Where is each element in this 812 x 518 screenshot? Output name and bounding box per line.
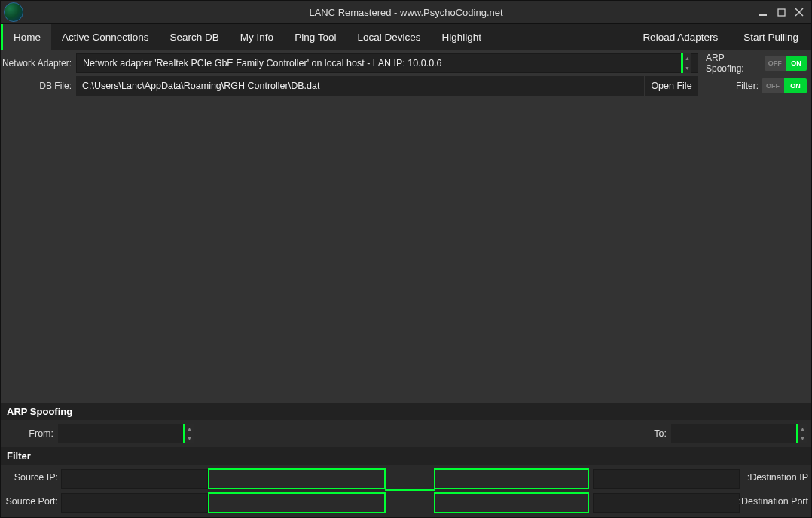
- open-file-button[interactable]: Open File: [644, 76, 698, 96]
- svg-rect-5: [209, 493, 385, 513]
- maximize-button[interactable]: [775, 6, 787, 18]
- right-toggles: ARP Spoofing: OFF ON: [698, 53, 811, 73]
- reload-adapters-button[interactable]: Reload Adapters: [632, 26, 728, 47]
- tab-home[interactable]: Home: [3, 24, 51, 50]
- tab-active-connections[interactable]: Active Connections: [51, 24, 160, 50]
- arp-to-label: To:: [654, 428, 671, 439]
- window-controls: [757, 6, 811, 18]
- arp-from-label: From:: [5, 428, 58, 439]
- dbfile-row: DB File: C:\Users\Lanc\AppData\Roaming\R…: [1, 76, 811, 96]
- tab-highlight[interactable]: Highlight: [431, 24, 492, 50]
- start-pulling-button[interactable]: Start Pulling: [733, 26, 809, 47]
- chevron-up-icon: ▲: [798, 424, 807, 434]
- chevron-up-icon: ▲: [185, 424, 194, 434]
- svg-rect-7: [435, 493, 588, 513]
- tab-my-info[interactable]: My Info: [230, 24, 284, 50]
- dbfile-path-field[interactable]: C:\Users\Lanc\AppData\Roaming\RGH Contro…: [76, 76, 644, 96]
- minimize-icon: [759, 8, 768, 17]
- tab-bar: Home Active Connections Search DB My Inf…: [1, 23, 811, 50]
- svg-rect-1: [778, 9, 785, 16]
- minimize-button[interactable]: [757, 6, 769, 18]
- adapter-row: Network Adapter: Network adapter 'Realte…: [1, 53, 811, 73]
- filter-section-body: Source IP: Source Port: :Destination IP …: [1, 465, 811, 517]
- adapter-value: Network adapter 'Realtek PCIe GbE Family…: [83, 58, 681, 69]
- close-icon: [795, 8, 804, 17]
- toggle-on-state: ON: [786, 56, 807, 71]
- filter-connector-diagram: [1, 465, 811, 517]
- tab-local-devices[interactable]: Local Devices: [346, 24, 431, 50]
- arp-to-dropdown[interactable]: ▲▼: [671, 424, 807, 443]
- filter-section-header: Filter: [1, 447, 811, 465]
- toggle-off-state: OFF: [762, 78, 784, 93]
- arp-section-body: From: ▲▼ To: ▲▼: [1, 420, 811, 447]
- maximize-icon: [777, 8, 786, 17]
- dropdown-arrows: ▲▼: [798, 424, 807, 443]
- dropdown-arrows: ▲ ▼: [683, 53, 691, 73]
- close-button[interactable]: [793, 6, 805, 18]
- window-title: LANC Remastered - www.PsychoCoding.net: [1, 7, 811, 18]
- filter-toggle[interactable]: OFF ON: [762, 78, 807, 93]
- adapter-label: Network Adapter:: [1, 58, 76, 69]
- arp-toggle-label: ARP Spoofing:: [706, 53, 762, 74]
- toggle-off-state: OFF: [765, 56, 786, 71]
- title-bar: LANC Remastered - www.PsychoCoding.net: [1, 1, 811, 23]
- app-window: LANC Remastered - www.PsychoCoding.net H…: [0, 0, 812, 518]
- dropdown-arrows: ▲▼: [185, 424, 194, 443]
- filter-toggle-label: Filter:: [736, 81, 759, 91]
- toggle-on-state: ON: [784, 78, 807, 93]
- bottom-panel: ARP Spoofing From: ▲▼ To: ▲▼ Filter Sour…: [1, 403, 811, 517]
- chevron-up-icon: ▲: [683, 53, 691, 63]
- arp-section-header: ARP Spoofing: [1, 403, 811, 420]
- tab-ping-tool[interactable]: Ping Tool: [284, 24, 346, 50]
- app-icon: [4, 2, 23, 22]
- adapter-dropdown[interactable]: Network adapter 'Realtek PCIe GbE Family…: [76, 53, 698, 73]
- svg-rect-6: [435, 469, 588, 489]
- chevron-down-icon: ▼: [185, 434, 194, 443]
- svg-rect-4: [209, 469, 385, 489]
- content-area: Network Adapter: Network adapter 'Realte…: [1, 50, 811, 517]
- arp-spoofing-toggle[interactable]: OFF ON: [765, 56, 807, 71]
- dbfile-label: DB File:: [1, 81, 76, 91]
- dbfile-value: C:\Users\Lanc\AppData\Roaming\RGH Contro…: [82, 81, 319, 91]
- arp-from-dropdown[interactable]: ▲▼: [58, 424, 194, 443]
- tab-search-db[interactable]: Search DB: [160, 24, 230, 50]
- chevron-down-icon: ▼: [798, 434, 807, 443]
- chevron-down-icon: ▼: [683, 63, 691, 73]
